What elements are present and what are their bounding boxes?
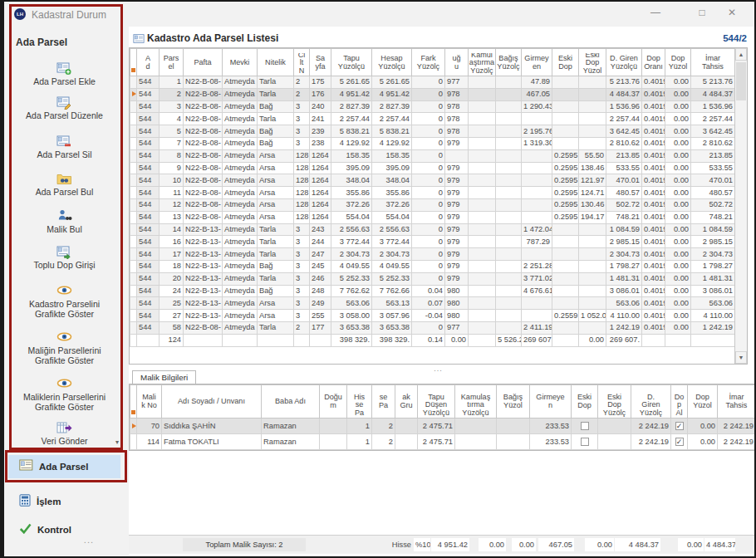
cell[interactable]: 544 xyxy=(137,88,160,100)
cell[interactable] xyxy=(469,272,496,285)
cell[interactable]: 544 xyxy=(137,248,160,261)
cell[interactable]: 470.01 xyxy=(606,174,642,187)
sidebar-tool-veri-gonder[interactable]: Veri Gönder▾ xyxy=(8,421,120,447)
cell[interactable]: Atmeyda xyxy=(223,137,258,149)
cell[interactable]: 1 290.43 xyxy=(522,100,552,113)
cell[interactable] xyxy=(572,418,598,434)
cell[interactable] xyxy=(469,248,496,261)
cell[interactable]: 533.55 xyxy=(691,162,735,174)
cell[interactable]: 544 xyxy=(137,149,160,162)
cell[interactable]: 563.13 xyxy=(372,297,412,310)
cell[interactable]: 2 xyxy=(294,88,310,100)
cell[interactable]: 7 762.66 xyxy=(372,285,412,297)
cell[interactable]: Atmeyda xyxy=(223,88,258,100)
scroll-up-button[interactable]: ▲ xyxy=(735,48,747,61)
cell[interactable] xyxy=(496,236,522,248)
cell[interactable]: 121.97 xyxy=(579,174,606,187)
cell[interactable]: 1 084.59 xyxy=(691,223,735,236)
cell[interactable] xyxy=(552,137,579,149)
cell[interactable]: 0 xyxy=(412,100,445,113)
cell[interactable] xyxy=(496,149,522,162)
cell[interactable]: 480.57 xyxy=(691,187,735,199)
cell[interactable]: 395.09 xyxy=(331,162,372,174)
cell[interactable]: 0.00 xyxy=(665,88,691,100)
minimize-button[interactable]: — xyxy=(646,7,665,18)
cell[interactable]: 544 xyxy=(137,125,160,138)
cell[interactable]: Tarla xyxy=(258,88,294,100)
cell[interactable]: 748.21 xyxy=(691,211,735,223)
cell[interactable]: Atmeyda xyxy=(223,285,258,297)
cell[interactable] xyxy=(522,248,552,261)
cell[interactable]: 2 827.39 xyxy=(372,100,412,113)
cell[interactable]: Tarla xyxy=(258,236,294,248)
cell[interactable] xyxy=(130,125,137,138)
cell[interactable] xyxy=(130,113,137,125)
sidebar-tool-malik-bul[interactable]: Malik Bul xyxy=(8,209,120,235)
cell[interactable]: 3 058.00 xyxy=(331,310,372,322)
checkbox-checked[interactable]: ✓ xyxy=(675,438,684,446)
cell[interactable]: 1 319.30 xyxy=(522,137,552,149)
cell[interactable] xyxy=(469,260,496,272)
cell[interactable]: 194.17 xyxy=(579,211,606,223)
parcel-row[interactable]: 5445N22-B-08-AtmeydaBağ32395 838.215 838… xyxy=(130,125,735,138)
cell[interactable] xyxy=(579,223,606,236)
cell[interactable]: Atmeyda xyxy=(223,125,258,138)
cell[interactable] xyxy=(130,100,137,113)
parcel-row[interactable]: 54413N22-B-08-AtmeydaArsa1281264554.0455… xyxy=(130,211,735,223)
column-header-i-mar-tahsis[interactable]: İmar Tahsis xyxy=(718,385,756,418)
cell[interactable]: 0.4019 xyxy=(642,174,665,187)
cell[interactable] xyxy=(130,137,137,149)
cell[interactable]: 979 xyxy=(445,260,469,272)
tab-malik-bilgileri[interactable]: Malik Bilgileri xyxy=(132,370,196,384)
sidebar-tool-kadastro-parselini[interactable]: Kadastro Parselini Grafikte Göster xyxy=(8,284,120,319)
cell[interactable]: 3 xyxy=(294,310,310,322)
cell[interactable]: 25 xyxy=(160,297,184,310)
column-header-hesap-yuzolcu[interactable]: Hesap Yüzölçü xyxy=(372,49,412,76)
cell[interactable]: 9 xyxy=(160,162,184,174)
cell[interactable]: Atmeyda xyxy=(223,76,258,89)
cell[interactable]: Tarla xyxy=(258,272,294,285)
cell[interactable]: Tarla xyxy=(258,321,294,334)
column-header-dogu-m[interactable]: Doğu m xyxy=(320,385,347,418)
cell[interactable]: 1 xyxy=(347,418,372,434)
cell[interactable]: 0.2595 xyxy=(552,211,579,223)
cell[interactable]: 233.53 xyxy=(530,418,572,434)
cell[interactable]: N22-B-08- xyxy=(184,125,223,138)
cell[interactable]: 0.00 xyxy=(665,125,691,138)
cell[interactable]: Atmeyda xyxy=(223,187,258,199)
cell[interactable]: 3 772.44 xyxy=(331,236,372,248)
cell[interactable] xyxy=(469,149,496,162)
cell[interactable]: 10 xyxy=(160,174,184,187)
cell[interactable]: ✓ xyxy=(671,418,688,434)
cell[interactable]: 243 xyxy=(310,223,331,236)
scroll-down-button[interactable]: ▼ xyxy=(735,351,747,364)
column-header-girmey-en[interactable]: Girmey en xyxy=(522,49,552,76)
cell[interactable]: N22-B-13- xyxy=(184,285,223,297)
cell[interactable]: 3 xyxy=(294,113,310,125)
cell[interactable]: 544 xyxy=(137,113,160,125)
cell[interactable]: 0.00 xyxy=(665,187,691,199)
sidebar-tool-maligin-parsellerini[interactable]: Maliğin Parsellerini Grafikte Göster xyxy=(8,330,120,365)
cell[interactable]: 124.71 xyxy=(579,187,606,199)
cell[interactable] xyxy=(579,260,606,272)
cell[interactable]: 0.00 xyxy=(665,100,691,113)
cell[interactable]: N22-B-08- xyxy=(184,88,223,100)
cell[interactable]: 980 xyxy=(445,285,469,297)
cell[interactable]: 502.72 xyxy=(606,198,642,211)
cell[interactable]: 3 653.38 xyxy=(331,321,372,334)
cell[interactable]: 5 xyxy=(160,125,184,138)
parcel-row[interactable]: 5449N22-B-08-AtmeydaArsa1281264395.09395… xyxy=(130,162,735,174)
cell[interactable]: Atmeyda xyxy=(223,223,258,236)
cell[interactable]: 2 827.39 xyxy=(331,100,372,113)
cell[interactable] xyxy=(496,272,522,285)
cell[interactable]: 979 xyxy=(445,236,469,248)
column-header-eski-dop-yuzolc[interactable]: Eski Dop Yüzölç xyxy=(598,385,631,418)
cell[interactable]: 0 xyxy=(412,272,445,285)
vertical-scrollbar[interactable]: ▲ ▼ xyxy=(734,48,747,364)
parcel-row[interactable]: 5443N22-B-08-AtmeydaBağ32402 827.392 827… xyxy=(130,100,735,113)
cell[interactable]: 2 257.44 xyxy=(691,113,735,125)
cell[interactable]: 3 771.02 xyxy=(522,272,552,285)
cell[interactable]: 978 xyxy=(445,88,469,100)
column-header-d-giren-yuzolc[interactable]: D. Giren Yüzölç xyxy=(631,385,671,418)
cell[interactable]: 138.46 xyxy=(579,162,606,174)
